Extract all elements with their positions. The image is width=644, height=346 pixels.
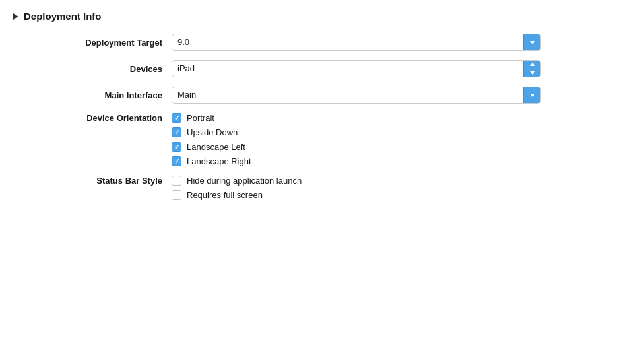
deployment-target-dropdown[interactable]: 9.0: [172, 34, 541, 51]
status-bar-style-row: Status Bar Style Hide during application…: [40, 176, 631, 200]
chevron-down-icon: [530, 71, 535, 75]
device-orientation-row: Device Orientation ✓ Portrait ✓ Upside D…: [40, 113, 631, 166]
collapse-triangle-icon[interactable]: [13, 13, 18, 20]
hide-launch-label: Hide during application launch: [187, 176, 302, 186]
stepper-up[interactable]: [524, 60, 540, 69]
section-header: Deployment Info: [13, 11, 631, 22]
chevron-up-icon: [530, 63, 535, 66]
devices-dropdown[interactable]: iPad: [172, 60, 541, 77]
requires-fullscreen-label: Requires full screen: [187, 190, 263, 200]
landscape-right-label: Landscape Right: [187, 156, 251, 166]
deployment-target-control: 9.0: [172, 34, 541, 51]
devices-stepper-button[interactable]: [523, 60, 540, 77]
list-item: ✓ Upside Down: [172, 127, 541, 137]
upside-down-label: Upside Down: [187, 127, 238, 137]
landscape-left-label: Landscape Left: [187, 142, 245, 152]
devices-value: iPad: [172, 60, 523, 77]
status-bar-checkboxes: Hide during application launch Requires …: [172, 176, 541, 200]
main-interface-value: Main: [172, 86, 523, 104]
stepper-down[interactable]: [524, 69, 540, 78]
checkmark-icon: ✓: [174, 144, 179, 151]
portrait-label: Portrait: [187, 113, 214, 123]
hide-launch-checkbox[interactable]: [172, 176, 181, 186]
landscape-left-checkbox[interactable]: ✓: [172, 142, 181, 152]
main-interface-label: Main Interface: [40, 90, 172, 100]
chevron-down-icon: [530, 94, 535, 97]
upside-down-checkbox[interactable]: ✓: [172, 127, 181, 137]
deployment-target-row: Deployment Target 9.0: [40, 34, 631, 51]
devices-row: Devices iPad: [40, 60, 631, 77]
chevron-down-icon: [530, 41, 535, 44]
status-bar-style-label: Status Bar Style: [40, 176, 172, 186]
deployment-target-dropdown-button[interactable]: [523, 34, 540, 51]
checkmark-icon: ✓: [174, 129, 179, 136]
devices-label: Devices: [40, 64, 172, 74]
device-orientation-label: Device Orientation: [40, 113, 172, 123]
requires-fullscreen-checkbox[interactable]: [172, 190, 181, 200]
deployment-target-label: Deployment Target: [40, 38, 172, 48]
checkmark-icon: ✓: [174, 115, 179, 121]
checkmark-icon: ✓: [174, 158, 179, 165]
main-interface-dropdown-button[interactable]: [523, 86, 540, 104]
landscape-right-checkbox[interactable]: ✓: [172, 156, 181, 166]
section-title: Deployment Info: [24, 11, 102, 22]
list-item: Hide during application launch: [172, 176, 541, 186]
main-interface-control: Main: [172, 86, 541, 104]
list-item: Requires full screen: [172, 190, 541, 200]
list-item: ✓ Landscape Right: [172, 156, 541, 166]
device-orientation-control: ✓ Portrait ✓ Upside Down ✓ Landscape: [172, 113, 541, 166]
main-interface-dropdown[interactable]: Main: [172, 86, 541, 104]
devices-control: iPad: [172, 60, 541, 77]
status-bar-style-control: Hide during application launch Requires …: [172, 176, 541, 200]
device-orientation-checkboxes: ✓ Portrait ✓ Upside Down ✓ Landscape: [172, 113, 541, 166]
main-interface-row: Main Interface Main: [40, 86, 631, 104]
list-item: ✓ Landscape Left: [172, 142, 541, 152]
form-area: Deployment Target 9.0 Devices iPad: [40, 34, 631, 200]
portrait-checkbox[interactable]: ✓: [172, 113, 181, 123]
list-item: ✓ Portrait: [172, 113, 541, 123]
deployment-target-value: 9.0: [172, 34, 523, 51]
